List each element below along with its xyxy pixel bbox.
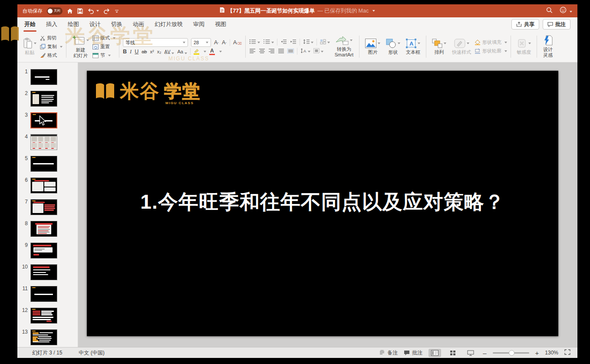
superscript-icon[interactable]: x² [150,49,154,54]
slide-thumbnail-4[interactable] [30,134,57,150]
title-dropdown-icon[interactable] [372,10,375,12]
italic-icon[interactable]: I [130,49,132,55]
slide-thumbnail-1[interactable] [30,69,57,85]
increase-indent-icon[interactable] [290,38,297,46]
slide-thumbnail-panel[interactable]: 12345678910111213 [17,62,78,347]
document-title-area[interactable]: 【77】黑五网一圣诞节如何实现爆单 — 已保存到我的 Mac [220,7,375,15]
font-color-dropdown-icon[interactable] [219,51,222,52]
toolbar-more-icon[interactable] [115,9,119,13]
highlight-dropdown-icon[interactable] [204,51,206,52]
sensitivity-dropdown-icon[interactable] [528,43,531,44]
tab-视图[interactable]: 视图 [215,20,226,28]
slide-thumbnail-12[interactable] [30,308,57,324]
slide-title-text[interactable]: 1.今年旺季和往年不同点以及应对策略？ [87,189,558,216]
bullets-icon[interactable] [249,38,260,46]
home-icon[interactable] [67,8,73,14]
quick-styles-dropdown-icon[interactable] [467,43,469,44]
decrease-font-icon[interactable]: Aˇ [222,39,227,46]
decrease-indent-icon[interactable] [280,38,287,46]
save-icon[interactable] [77,8,83,14]
fit-slide-button[interactable] [564,349,570,356]
slide-thumbnail-6[interactable] [30,177,57,193]
shape-outline-dropdown-icon[interactable] [504,50,507,52]
tab-动画[interactable]: 动画 [133,20,144,28]
comments-button[interactable]: 批注 [543,19,570,30]
zoom-in-button[interactable]: + [535,350,539,356]
textbox-button[interactable]: A 文本框 [404,39,422,55]
slide-thumbnail-8[interactable] [30,221,57,237]
arrange-button[interactable]: 排列 [430,39,448,55]
bold-icon[interactable]: B [123,49,127,55]
copy-dropdown-icon[interactable] [60,46,63,48]
tab-幻灯片放映[interactable]: 幻灯片放映 [155,20,183,28]
convert-smartart-button[interactable]: 转换为 SmartArt [333,36,356,57]
slide-sorter-view-button[interactable] [447,349,458,357]
tab-设计[interactable]: 设计 [89,20,101,28]
numbering-icon[interactable] [263,38,274,46]
format-painter-button[interactable]: 格式 [40,52,63,59]
font-color-icon[interactable]: A [209,48,215,55]
line-spacing-icon[interactable] [303,38,313,46]
justify-icon[interactable] [278,47,284,55]
distribute-icon[interactable] [287,47,294,55]
shapes-dropdown-icon[interactable] [398,43,400,44]
align-right-icon[interactable] [268,47,275,55]
align-center-icon[interactable] [259,47,265,55]
picture-dropdown-icon[interactable] [378,43,380,44]
layout-dropdown-icon[interactable] [113,37,115,39]
section-dropdown-icon[interactable] [108,55,111,56]
tab-开始[interactable]: 开始 [24,20,36,28]
cut-button[interactable]: 剪切 [40,34,63,42]
layout-button[interactable]: 版式 [92,34,115,42]
design-ideas-button[interactable]: 设计 灵感 [541,35,555,58]
subscript-icon[interactable]: x₂ [157,49,162,54]
align-text-icon[interactable] [313,47,323,55]
character-spacing-icon[interactable]: A̲V̲ [164,49,174,54]
strikethrough-icon[interactable]: ab [142,49,147,54]
align-left-icon[interactable] [249,47,256,55]
tab-审阅[interactable]: 审阅 [193,20,204,28]
autosave-toggle[interactable]: 关闭 [47,7,63,15]
shapes-button[interactable]: 形状 [384,39,402,55]
tab-绘图[interactable]: 绘图 [68,20,79,28]
text-direction-icon[interactable]: A [300,47,310,55]
textbox-dropdown-icon[interactable] [418,43,420,44]
slide-thumbnail-11[interactable] [30,286,57,302]
language-indicator[interactable]: 中文 (中国) [79,349,104,357]
arrange-dropdown-icon[interactable] [444,43,446,44]
redo-icon[interactable] [103,8,110,14]
zoom-slider-thumb[interactable] [509,350,514,356]
feedback-smiley-icon[interactable] [560,7,572,15]
slide-canvas[interactable]: 米谷 学堂 MIGU CLASS 1.今年旺季和往年不同点以及应对策略？ [87,71,558,336]
clear-formatting-icon[interactable]: A⌫ [233,39,242,46]
copy-button[interactable]: 复制 [40,43,63,50]
new-slide-dropdown-icon[interactable] [86,39,89,41]
paste-button[interactable]: 粘贴 [21,38,39,56]
underline-icon[interactable]: U [135,49,138,55]
font-size-select[interactable]: 28 [191,38,211,47]
highlight-color-icon[interactable] [194,49,199,55]
zoom-slider[interactable] [493,352,529,354]
slide-thumbnail-9[interactable] [30,243,57,259]
sensitivity-button[interactable]: 敏感度 [514,39,533,55]
slideshow-view-button[interactable] [465,349,477,357]
comments-status-button[interactable]: 批注 [404,349,422,357]
slide-thumbnail-10[interactable] [30,264,57,280]
tab-切换[interactable]: 切换 [111,20,122,28]
undo-dropdown-icon[interactable] [96,10,99,12]
search-icon[interactable] [546,7,553,15]
picture-button[interactable]: 图片 [363,39,382,55]
slide-thumbnail-7[interactable] [30,199,57,215]
normal-view-button[interactable] [428,349,441,357]
share-button[interactable]: 共享 [511,19,539,30]
shape-outline-button[interactable]: 形状轮廓 [475,47,507,55]
reset-button[interactable]: 重置 [92,43,115,50]
zoom-level[interactable]: 130% [545,350,558,356]
shape-fill-button[interactable]: 形状填充 [475,39,507,46]
smartart-dropdown-icon[interactable] [350,39,353,41]
tab-插入[interactable]: 插入 [46,20,57,28]
increase-font-icon[interactable]: Aˆ [214,39,219,46]
smiley-dropdown-icon[interactable] [570,11,572,13]
slide-thumbnail-13[interactable] [30,329,57,345]
shape-fill-dropdown-icon[interactable] [504,42,507,43]
